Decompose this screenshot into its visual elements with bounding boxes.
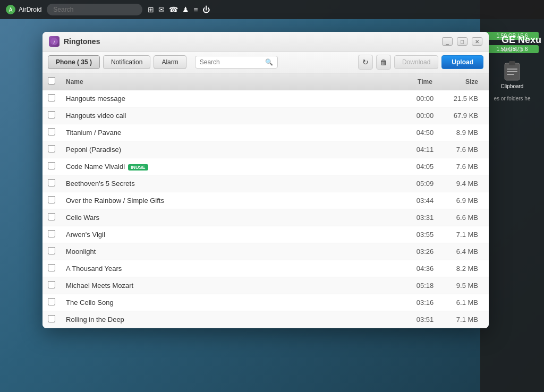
table-row: Rolling in the Deep03:517.1 MB bbox=[42, 311, 489, 328]
select-all-checkbox[interactable] bbox=[48, 77, 55, 84]
upload-button[interactable]: Upload bbox=[441, 55, 483, 69]
row-name: Cello Wars bbox=[61, 209, 404, 226]
search-input[interactable] bbox=[200, 58, 266, 66]
tab-phone[interactable]: Phone ( 35 ) bbox=[48, 55, 100, 69]
row-name: A Thousand Years bbox=[61, 260, 404, 277]
clipboard-icon bbox=[503, 60, 522, 81]
airdroid-label: AirDroid bbox=[19, 6, 41, 13]
nexus-background-text: GE Nexu roid 4.3 bbox=[502, 35, 541, 53]
svg-text:♪: ♪ bbox=[53, 39, 56, 45]
row-size: 6.4 MB bbox=[446, 243, 489, 260]
ringtones-table: Name Time Size Hangouts message00:0021.5… bbox=[42, 73, 489, 328]
row-name: The Cello Song bbox=[61, 294, 404, 311]
row-size: 7.6 MB bbox=[446, 158, 489, 175]
row-checkbox[interactable] bbox=[48, 128, 55, 135]
restore-button[interactable]: □ bbox=[457, 37, 468, 46]
row-checkbox[interactable] bbox=[48, 230, 55, 237]
phone-icon[interactable]: ☎ bbox=[169, 5, 178, 14]
row-size: 7.1 MB bbox=[446, 311, 489, 328]
row-size: 6.9 MB bbox=[446, 192, 489, 209]
power-icon[interactable]: ⏻ bbox=[202, 5, 210, 14]
table-header: Name Time Size bbox=[42, 73, 489, 90]
row-time: 03:31 bbox=[404, 209, 446, 226]
row-checkbox[interactable] bbox=[48, 264, 55, 271]
row-name: Hangouts video call bbox=[61, 107, 404, 124]
table-row: Arwen's Vigil03:557.1 MB bbox=[42, 226, 489, 243]
top-search-input[interactable] bbox=[47, 4, 142, 15]
table-row: Hangouts video call00:0067.9 KB bbox=[42, 107, 489, 124]
row-size: 8.9 MB bbox=[446, 124, 489, 141]
row-size: 6.1 MB bbox=[446, 294, 489, 311]
right-panel: 1.59 GB / 5.6 1.59 GB / 5.6 Clipboard es… bbox=[480, 0, 544, 392]
table-row: Titanium / Pavane04:508.9 MB bbox=[42, 124, 489, 141]
menu-icon[interactable]: ≡ bbox=[193, 5, 198, 14]
row-checkbox[interactable] bbox=[48, 145, 55, 152]
time-column-header: Time bbox=[404, 73, 446, 90]
window-controls: _ □ ✕ bbox=[442, 37, 482, 46]
window-title: Ringtones bbox=[64, 37, 100, 46]
table-row: Michael Meets Mozart05:189.5 MB bbox=[42, 277, 489, 294]
row-name: Rolling in the Deep bbox=[61, 311, 404, 328]
refresh-button[interactable]: ↻ bbox=[358, 55, 373, 70]
row-size: 9.5 MB bbox=[446, 277, 489, 294]
row-checkbox[interactable] bbox=[48, 281, 55, 288]
row-name: Arwen's Vigil bbox=[61, 226, 404, 243]
grid-icon[interactable]: ⊞ bbox=[148, 5, 154, 14]
row-checkbox[interactable] bbox=[48, 247, 55, 254]
title-bar-left: ♪ Ringtones bbox=[49, 36, 100, 47]
airdroid-logo: A AirDroid bbox=[5, 4, 41, 15]
mail-icon[interactable]: ✉ bbox=[158, 5, 165, 14]
tab-notification[interactable]: Notification bbox=[103, 55, 150, 69]
row-name: Code Name VivaldiINUSE bbox=[61, 158, 404, 175]
tab-alarm[interactable]: Alarm bbox=[154, 55, 186, 69]
title-bar: ♪ Ringtones _ □ ✕ bbox=[42, 32, 489, 52]
clipboard-label: Clipboard bbox=[501, 83, 524, 89]
row-time: 05:09 bbox=[404, 175, 446, 192]
delete-button[interactable]: 🗑 bbox=[376, 55, 391, 70]
table-row: Code Name VivaldiINUSE04:057.6 MB bbox=[42, 158, 489, 175]
row-size: 6.6 MB bbox=[446, 209, 489, 226]
ringtones-table-container: Name Time Size Hangouts message00:0021.5… bbox=[42, 73, 489, 328]
row-checkbox[interactable] bbox=[48, 111, 55, 118]
row-checkbox[interactable] bbox=[48, 196, 55, 203]
table-row: The Cello Song03:166.1 MB bbox=[42, 294, 489, 311]
svg-rect-6 bbox=[507, 74, 514, 75]
row-time: 04:50 bbox=[404, 124, 446, 141]
close-button[interactable]: ✕ bbox=[472, 37, 482, 46]
name-column-header: Name bbox=[61, 73, 404, 90]
table-row: Beethoven's 5 Secrets05:099.4 MB bbox=[42, 175, 489, 192]
row-name: Hangouts message bbox=[61, 90, 404, 107]
minimize-button[interactable]: _ bbox=[442, 37, 453, 46]
top-icons: ⊞ ✉ ☎ ♟ ≡ ⏻ bbox=[148, 5, 209, 14]
search-box: 🔍 bbox=[195, 56, 278, 69]
row-size: 7.1 MB bbox=[446, 226, 489, 243]
row-name: Titanium / Pavane bbox=[61, 124, 404, 141]
row-checkbox[interactable] bbox=[48, 162, 55, 169]
row-name: Over the Rainbow / Simple Gifts bbox=[61, 192, 404, 209]
row-checkbox[interactable] bbox=[48, 298, 55, 305]
toolbar: Phone ( 35 ) Notification Alarm 🔍 ↻ 🗑 Do… bbox=[42, 52, 489, 73]
row-checkbox[interactable] bbox=[48, 179, 55, 186]
row-name: Peponi (Paradise) bbox=[61, 141, 404, 158]
row-name: Moonlight bbox=[61, 243, 404, 260]
search-icon[interactable]: 🔍 bbox=[265, 58, 273, 66]
row-time: 00:00 bbox=[404, 90, 446, 107]
row-checkbox[interactable] bbox=[48, 94, 55, 101]
row-time: 03:44 bbox=[404, 192, 446, 209]
table-body: Hangouts message00:0021.5 KBHangouts vid… bbox=[42, 90, 489, 328]
row-time: 03:51 bbox=[404, 311, 446, 328]
row-time: 03:26 bbox=[404, 243, 446, 260]
ringtones-app-icon: ♪ bbox=[49, 36, 60, 47]
inuse-badge: INUSE bbox=[128, 164, 148, 171]
row-checkbox[interactable] bbox=[48, 213, 55, 220]
person-icon[interactable]: ♟ bbox=[182, 5, 189, 14]
table-row: Hangouts message00:0021.5 KB bbox=[42, 90, 489, 107]
download-button[interactable]: Download bbox=[394, 55, 438, 69]
row-time: 05:18 bbox=[404, 277, 446, 294]
row-name: Beethoven's 5 Secrets bbox=[61, 175, 404, 192]
row-checkbox[interactable] bbox=[48, 315, 55, 322]
svg-rect-5 bbox=[507, 71, 517, 72]
row-size: 21.5 KB bbox=[446, 90, 489, 107]
size-column-header: Size bbox=[446, 73, 489, 90]
clipboard-widget[interactable]: Clipboard bbox=[499, 58, 525, 90]
